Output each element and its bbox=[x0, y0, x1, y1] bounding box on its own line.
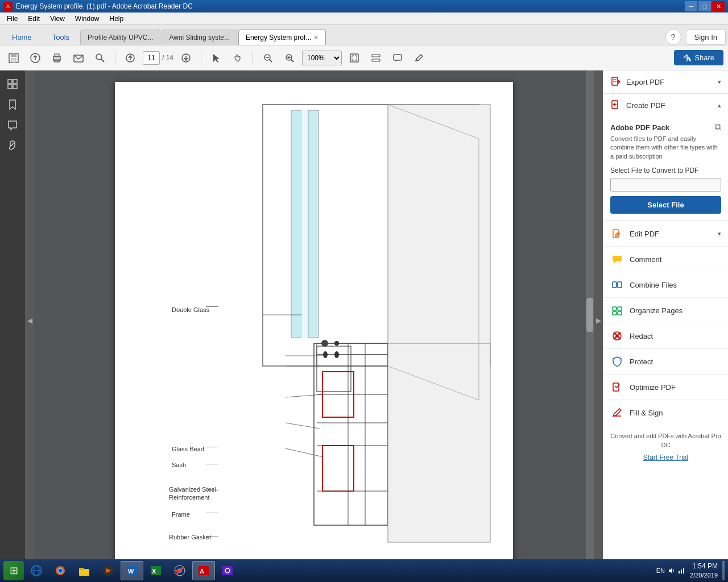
select-file-button[interactable]: Select File bbox=[610, 196, 721, 214]
svg-point-47 bbox=[334, 351, 339, 358]
menu-window[interactable]: Window bbox=[71, 14, 104, 24]
taskbar-excel-icon[interactable]: X bbox=[144, 561, 167, 580]
svg-rect-19 bbox=[350, 54, 358, 62]
hand-tool-button[interactable] bbox=[229, 49, 247, 67]
svg-line-14 bbox=[270, 60, 272, 62]
tool-organize-pages[interactable]: Organize Pages bbox=[603, 298, 728, 323]
tool-edit-pdf[interactable]: Edit PDF ▾ bbox=[603, 221, 728, 247]
search-button[interactable] bbox=[91, 49, 109, 67]
taskbar-explorer-icon[interactable] bbox=[73, 561, 96, 580]
tool-combine-files[interactable]: Combine Files bbox=[603, 272, 728, 298]
svg-rect-82 bbox=[79, 568, 84, 570]
print-button[interactable] bbox=[48, 49, 66, 67]
collapse-right-panel[interactable]: ▶ bbox=[594, 70, 603, 571]
show-desktop-button[interactable] bbox=[722, 561, 725, 580]
svg-rect-31 bbox=[291, 110, 301, 338]
select-tool-button[interactable] bbox=[207, 49, 225, 67]
fill-sign-icon bbox=[610, 406, 624, 419]
menu-edit[interactable]: Edit bbox=[23, 14, 44, 24]
svg-rect-27 bbox=[13, 85, 17, 89]
taskbar-sys-icons: EN bbox=[656, 567, 685, 575]
tab-energy-system[interactable]: Energy System prof... ✕ bbox=[238, 30, 326, 45]
help-button[interactable]: ? bbox=[665, 29, 681, 45]
pdf-scrollbar[interactable] bbox=[586, 70, 594, 571]
pen-tool-button[interactable] bbox=[410, 49, 428, 67]
next-page-button[interactable] bbox=[177, 49, 195, 67]
tool-protect[interactable]: Protect bbox=[603, 349, 728, 375]
save-button[interactable] bbox=[5, 49, 23, 67]
menu-view[interactable]: View bbox=[46, 14, 69, 24]
create-pdf-icon bbox=[610, 99, 622, 111]
tab-awni-sliding[interactable]: Awni Sliding syste... bbox=[162, 30, 237, 45]
scrollbar-thumb[interactable] bbox=[586, 298, 593, 332]
taskbar-mediaplayer-icon[interactable] bbox=[97, 561, 119, 580]
taskbar-lang: EN bbox=[656, 567, 665, 574]
share-button[interactable]: Share bbox=[674, 50, 723, 65]
maximize-button[interactable]: □ bbox=[698, 1, 711, 11]
app-icon: A bbox=[3, 2, 13, 11]
thumbnail-panel-icon[interactable] bbox=[3, 75, 22, 93]
collapse-left-panel[interactable]: ◀ bbox=[25, 70, 34, 571]
start-button[interactable]: ⊞ bbox=[3, 561, 24, 580]
redact-label: Redact bbox=[630, 332, 653, 340]
svg-rect-32 bbox=[301, 110, 308, 338]
label-double-glass: Double Glass bbox=[172, 306, 209, 313]
create-pdf-header[interactable]: Create PDF ▴ bbox=[603, 94, 728, 117]
organize-pages-icon bbox=[610, 304, 624, 317]
window-controls[interactable]: ─ □ ✕ bbox=[685, 1, 725, 11]
email-button[interactable] bbox=[69, 49, 88, 67]
tool-redact[interactable]: Redact bbox=[603, 323, 728, 349]
upload-button[interactable] bbox=[26, 49, 44, 67]
close-button[interactable]: ✕ bbox=[712, 1, 725, 11]
scroll-mode-button[interactable] bbox=[367, 49, 385, 67]
tab-tools[interactable]: Tools bbox=[43, 29, 79, 45]
zoom-out-button[interactable] bbox=[259, 49, 277, 67]
export-pdf-label: Export PDF bbox=[626, 78, 713, 86]
create-pdf-section: Create PDF ▴ Adobe PDF Pack ⧉ Convert fi… bbox=[603, 94, 728, 221]
menu-file[interactable]: File bbox=[2, 14, 22, 24]
pro-description: Convert and edit PDFs with Acrobat Pro D… bbox=[610, 432, 721, 450]
zoom-in-button[interactable] bbox=[280, 49, 299, 67]
tab-bar: Home Tools Profile Ability UPVC... Awni … bbox=[0, 25, 728, 45]
svg-line-9 bbox=[101, 59, 104, 62]
bookmark-panel-icon[interactable] bbox=[3, 95, 22, 114]
sign-in-button[interactable]: Sign In bbox=[686, 30, 726, 45]
window-diagram-svg bbox=[160, 93, 513, 548]
menu-help[interactable]: Help bbox=[105, 14, 129, 24]
svg-rect-71 bbox=[618, 311, 622, 315]
select-file-input[interactable] bbox=[610, 178, 721, 192]
taskbar-chrome-icon[interactable] bbox=[168, 561, 191, 580]
taskbar-firefox-icon[interactable] bbox=[49, 561, 72, 580]
svg-rect-22 bbox=[394, 55, 402, 60]
label-line-galv bbox=[206, 490, 218, 490]
tool-optimize-pdf[interactable]: Optimize PDF bbox=[603, 375, 728, 400]
tab-home[interactable]: Home bbox=[2, 29, 42, 45]
zoom-select[interactable]: 100% 75% 125% 150% 200% bbox=[302, 51, 342, 65]
taskbar-ie-icon[interactable] bbox=[25, 561, 48, 580]
page-total: / 14 bbox=[162, 54, 173, 62]
comment-tool-button[interactable] bbox=[388, 49, 407, 67]
tab-close-icon[interactable]: ✕ bbox=[313, 34, 318, 41]
fit-page-button[interactable] bbox=[345, 49, 363, 67]
export-pdf-chevron: ▾ bbox=[718, 78, 721, 86]
svg-text:X: X bbox=[152, 568, 156, 575]
minimize-button[interactable]: ─ bbox=[685, 1, 697, 11]
svg-point-59 bbox=[334, 341, 339, 346]
toolbar: 11 / 14 100% 75% 125% 150% 200% bbox=[0, 45, 728, 70]
export-pdf-header[interactable]: Export PDF ▾ bbox=[603, 70, 728, 93]
optimize-pdf-label: Optimize PDF bbox=[630, 383, 676, 392]
attachment-panel-icon[interactable] bbox=[3, 136, 22, 155]
label-line-gasket bbox=[206, 537, 218, 537]
taskbar: ⊞ W X A bbox=[0, 559, 728, 582]
tool-comment[interactable]: Comment bbox=[603, 247, 728, 272]
taskbar-word-icon[interactable]: W bbox=[121, 561, 143, 580]
annotation-panel-icon[interactable] bbox=[3, 116, 22, 134]
svg-point-8 bbox=[96, 54, 102, 60]
taskbar-acrobat-icon[interactable]: A bbox=[192, 561, 215, 580]
taskbar-settings-icon[interactable] bbox=[216, 561, 239, 580]
page-input[interactable]: 11 bbox=[143, 51, 160, 65]
start-trial-link[interactable]: Start Free Trial bbox=[643, 454, 688, 462]
prev-page-button[interactable] bbox=[121, 49, 139, 67]
tab-profile-ability[interactable]: Profile Ability UPVC... bbox=[80, 30, 160, 45]
tool-fill-sign[interactable]: Fill & Sign bbox=[603, 400, 728, 425]
